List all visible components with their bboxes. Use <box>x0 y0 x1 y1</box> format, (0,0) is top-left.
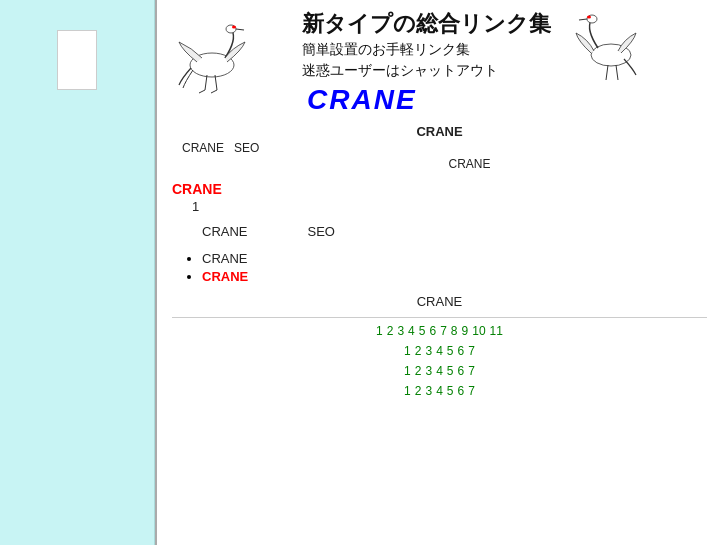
pagination-row1-item-10[interactable]: 10 <box>472 324 485 338</box>
pagination-row1-item-9[interactable]: 9 <box>462 324 469 338</box>
pagination-row4-item-5[interactable]: 5 <box>447 384 454 398</box>
pagination-row1-item-8[interactable]: 8 <box>451 324 458 338</box>
pagination-row3-item-6[interactable]: 6 <box>458 364 465 378</box>
header-area: 新タイプの総合リンク集 簡単設置のお手軽リンク集 迷惑ユーザーはシャットアウト <box>172 10 707 116</box>
two-col-section: CRANE SEO <box>202 224 707 239</box>
pagination-row-1: 1234567891011 <box>172 324 707 338</box>
svg-line-6 <box>199 90 205 93</box>
svg-line-7 <box>211 90 217 93</box>
nav-seo-link[interactable]: SEO <box>234 141 259 155</box>
pagination-row3-item-3[interactable]: 3 <box>425 364 432 378</box>
divider-1 <box>172 317 707 318</box>
bullet1-text[interactable]: CRANE <box>202 251 248 266</box>
pagination-row3-item-5[interactable]: 5 <box>447 364 454 378</box>
sub-crane-label: CRANE <box>232 157 707 171</box>
pagination-row1-item-6[interactable]: 6 <box>429 324 436 338</box>
svg-line-12 <box>606 65 608 80</box>
pagination-row2-item-5[interactable]: 5 <box>447 344 454 358</box>
crane-logo-right <box>561 10 641 89</box>
pagination-row2-item-4[interactable]: 4 <box>436 344 443 358</box>
pagination-row1-item-1[interactable]: 1 <box>376 324 383 338</box>
pagination-row1-item-5[interactable]: 5 <box>419 324 426 338</box>
left-sidebar <box>0 0 155 545</box>
pagination-row4-item-4[interactable]: 4 <box>436 384 443 398</box>
col1-label: CRANE <box>202 224 248 239</box>
pagination-row1-item-3[interactable]: 3 <box>397 324 404 338</box>
pagination-row3-item-4[interactable]: 4 <box>436 364 443 378</box>
pagination-row2-item-6[interactable]: 6 <box>458 344 465 358</box>
pagination-row1-item-4[interactable]: 4 <box>408 324 415 338</box>
pagination-row2-item-2[interactable]: 2 <box>415 344 422 358</box>
pagination-row2-item-3[interactable]: 3 <box>425 344 432 358</box>
number-label: 1 <box>192 199 707 214</box>
pagination-row4-item-7[interactable]: 7 <box>468 384 475 398</box>
pagination-row3-item-2[interactable]: 2 <box>415 364 422 378</box>
pagination-row1-item-7[interactable]: 7 <box>440 324 447 338</box>
bullet2-text[interactable]: CRANE <box>202 269 248 284</box>
crane-center-label: CRANE <box>172 294 707 309</box>
crane-blue-label: CRANE <box>307 84 417 115</box>
sidebar-box <box>57 30 97 90</box>
svg-line-3 <box>236 29 244 30</box>
nav-crane-link[interactable]: CRANE <box>182 141 224 155</box>
crane-logo-left <box>172 10 292 99</box>
subtitle2: 迷惑ユーザーはシャットアウト <box>302 60 551 81</box>
bullet-item-1: CRANE <box>202 251 707 266</box>
pagination-row1-item-11[interactable]: 11 <box>490 324 503 338</box>
pagination-row4-item-2[interactable]: 2 <box>415 384 422 398</box>
page-container: 新タイプの総合リンク集 簡単設置のお手軽リンク集 迷惑ユーザーはシャットアウト <box>0 0 727 545</box>
crane-illustration-left <box>172 10 292 95</box>
header-text: 新タイプの総合リンク集 簡単設置のお手軽リンク集 迷惑ユーザーはシャットアウト <box>302 10 551 81</box>
svg-line-4 <box>205 75 207 90</box>
pagination-row4-item-3[interactable]: 3 <box>425 384 432 398</box>
svg-point-10 <box>587 16 591 19</box>
crane-section-label: CRANE <box>172 124 707 139</box>
pagination-row4-item-6[interactable]: 6 <box>458 384 465 398</box>
pagination-row2-item-1[interactable]: 1 <box>404 344 411 358</box>
svg-point-2 <box>232 26 236 29</box>
crane-illustration-right <box>561 10 641 85</box>
main-content: 新タイプの総合リンク集 簡単設置のお手軽リンク集 迷惑ユーザーはシャットアウト <box>155 0 727 545</box>
pagination-row3-item-1[interactable]: 1 <box>404 364 411 378</box>
subtitle1: 簡単設置のお手軽リンク集 <box>302 39 551 60</box>
nav-links: CRANE SEO <box>182 141 707 155</box>
bullet-item-2: CRANE <box>202 269 707 284</box>
svg-line-5 <box>215 75 217 90</box>
pagination-row4-item-1[interactable]: 1 <box>404 384 411 398</box>
pagination-row-3: 1234567 <box>172 364 707 378</box>
col2-label: SEO <box>308 224 335 239</box>
pagination-row2-item-7[interactable]: 7 <box>468 344 475 358</box>
pagination-row-4: 1234567 <box>172 384 707 398</box>
pagination-row-2: 1234567 <box>172 344 707 358</box>
red-crane-label[interactable]: CRANE <box>172 181 707 197</box>
header-title-block: 新タイプの総合リンク集 簡単設置のお手軽リンク集 迷惑ユーザーはシャットアウト <box>302 10 707 116</box>
main-title: 新タイプの総合リンク集 <box>302 10 551 39</box>
pagination-row3-item-7[interactable]: 7 <box>468 364 475 378</box>
pagination-row1-item-2[interactable]: 2 <box>387 324 394 338</box>
svg-line-13 <box>616 65 618 80</box>
bullet-list: CRANE CRANE <box>202 251 707 284</box>
svg-line-11 <box>579 19 587 20</box>
